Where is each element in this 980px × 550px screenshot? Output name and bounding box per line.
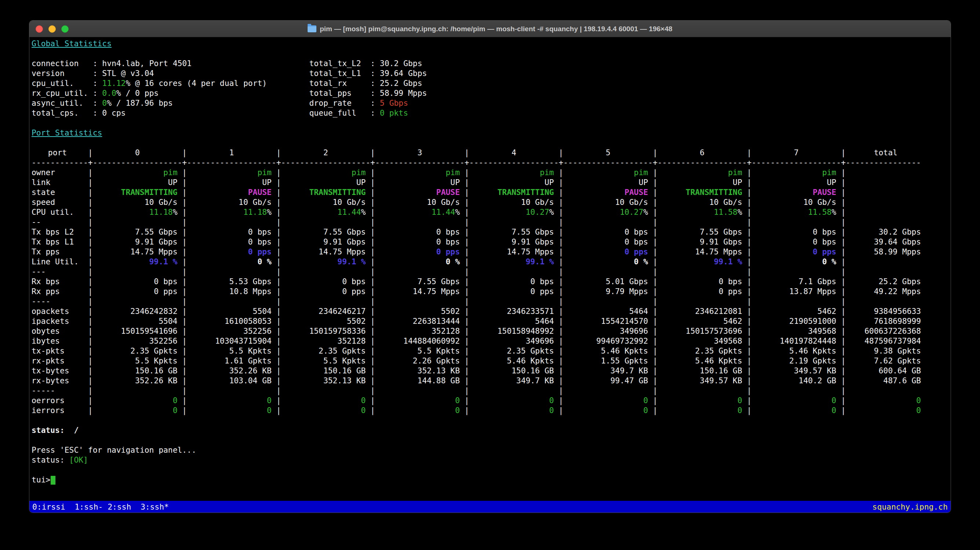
table-cell: 349696 [568,326,648,336]
table-cell-total: 49.22 Mpps [850,286,921,296]
global-stat-entry: total_rx: 25.2 Gbps [309,78,422,88]
column-separator: | [272,395,286,405]
table-cell [192,386,272,395]
column-separator: | [177,148,191,158]
column-separator: -+- [648,158,662,167]
global-stat-entry: cpu_util.: 11.12% @ 16 cores (4 per dual… [32,78,309,88]
column-separator: | [366,197,380,207]
stat-label: total_rx [309,78,370,88]
column-separator: | [272,148,286,158]
table-cell: 0 [192,405,272,415]
table-cell: 0 [568,405,648,415]
terminal-window: pim — [mosh] pim@squanchy.ipng.ch: /home… [29,20,951,513]
row-label: rx-pkts [32,356,83,366]
column-separator: | [554,207,568,217]
column-separator: | [648,366,662,376]
column-separator: | [83,266,97,276]
tui-prompt: tui> [32,475,50,484]
column-separator: | [177,237,191,247]
table-cell: 349.7 KB [568,366,648,376]
column-separator: | [648,306,662,316]
table-cell: 349.7 KB [474,376,554,386]
table-cell: UP [568,177,648,187]
column-separator: | [177,405,191,415]
column-separator: | [366,306,380,316]
column-separator: | [366,227,380,237]
table-cell: 2346233571 [474,306,554,316]
table-cell-total [850,386,921,395]
table-cell: 9.91 Gbps [474,237,554,247]
global-stat-entry: total_pps: 58.99 Mpps [309,88,427,98]
terminal-screen[interactable]: Global Statistics connection: hvn4.lab, … [29,37,951,513]
table-cell: 0 [192,395,272,405]
column-separator: -+- [460,158,474,167]
column-separator: | [83,405,97,415]
column-separator: | [742,366,756,376]
table-cell: 1.55 Gpkts [568,356,648,366]
table-cell: 349568 [662,336,742,346]
table-cell: 5.46 Kpkts [568,346,648,356]
column-separator: | [554,237,568,247]
table-header-row: port|0|1|2|3|4|5|6|7|total [32,148,951,158]
table-row: -----||||||||| [32,386,951,395]
table-cell: 150.16 GB [286,366,366,376]
global-stat-entry: total_tx_L2: 30.2 Gbps [309,58,422,68]
column-separator: | [272,266,286,276]
table-row: opackets|2346242832|5504|2346246217|5502… [32,306,951,316]
table-cell: 5.5 Kpkts [286,356,366,366]
table-cell [192,217,272,227]
column-separator: | [554,217,568,227]
column-separator: | [272,286,286,296]
column-separator: | [272,257,286,266]
column-separator: | [272,227,286,237]
table-cell: 5.5 Kpkts [192,346,272,356]
global-stat-entry: queue_full: 0 pkts [309,108,408,118]
tui-prompt-line[interactable]: tui> [32,475,951,485]
table-cell-total [850,177,921,187]
status-ok-badge: [OK] [69,455,88,464]
column-separator: | [460,326,474,336]
column-separator: | [272,237,286,247]
column-separator: | [83,366,97,376]
port-statistics-heading: Port Statistics [32,128,951,138]
table-cell: 10 Gb/s [380,197,460,207]
table-row: Line Util.|99.1 %|0 %|99.1 %|0 %|99.1 %|… [32,257,951,266]
column-separator: | [460,247,474,257]
stat-label: total_cps. [32,108,93,118]
table-cell: 0 pps [756,247,836,257]
table-cell: 0 pps [568,247,648,257]
column-separator: | [83,247,97,257]
column-separator: | [272,217,286,227]
table-cell [474,296,554,306]
table-cell-total: --------------- [850,158,921,167]
column-separator: | [272,405,286,415]
table-cell [380,296,460,306]
table-cell: 0 [474,405,554,415]
row-label: ibytes [32,336,83,346]
table-cell: 5.46 Kpkts [474,356,554,366]
column-separator: | [554,148,568,158]
column-separator: | [177,177,191,187]
column-separator: | [742,386,756,395]
table-cell: 0 [286,395,366,405]
column-separator: | [648,266,662,276]
column-separator: | [554,366,568,376]
column-separator: | [83,217,97,227]
table-cell: 2346246217 [286,306,366,316]
column-separator: | [836,366,850,376]
column-separator: | [648,177,662,187]
table-cell: 1 [192,148,272,158]
table-cell: ----------------- [192,158,272,167]
column-separator: | [83,386,97,395]
table-cell: 150157573696 [662,326,742,336]
table-cell [568,296,648,306]
table-cell: 349.57 KB [662,376,742,386]
column-separator: | [177,286,191,296]
column-separator: | [177,227,191,237]
table-cell-total [850,187,921,197]
column-separator: | [83,346,97,356]
column-separator: | [177,366,191,376]
column-separator: | [272,247,286,257]
table-cell: 5462 [756,306,836,316]
tmux-status-bar: 0:irssi 1:ssh- 2:ssh 3:ssh* squanchy.ipn… [29,501,951,513]
